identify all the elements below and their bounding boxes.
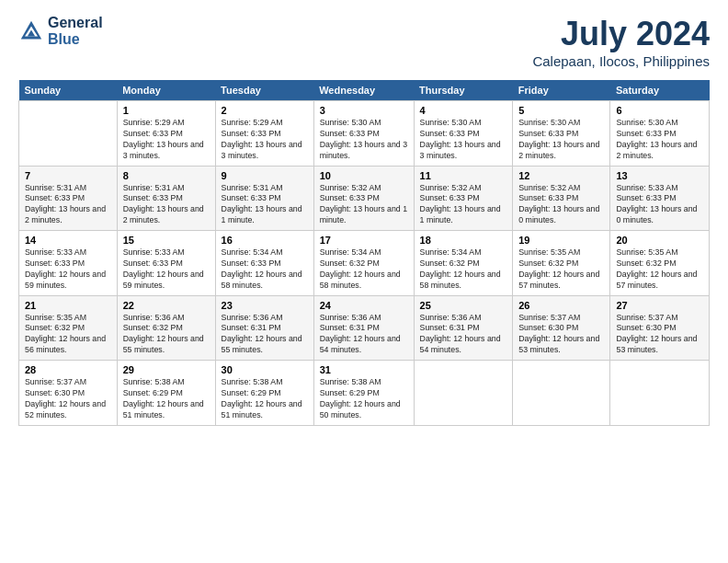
- day-info: Sunrise: 5:38 AMSunset: 6:29 PMDaylight:…: [320, 377, 408, 421]
- header-cell-sunday: Sunday: [19, 80, 118, 101]
- day-info: Sunrise: 5:36 AMSunset: 6:32 PMDaylight:…: [123, 313, 210, 357]
- day-number: 24: [320, 300, 408, 311]
- day-info: Sunrise: 5:37 AMSunset: 6:30 PMDaylight:…: [25, 377, 111, 421]
- day-number: 5: [518, 105, 604, 116]
- day-cell: 21Sunrise: 5:35 AMSunset: 6:32 PMDayligh…: [19, 295, 118, 361]
- day-cell: 24Sunrise: 5:36 AMSunset: 6:31 PMDayligh…: [313, 295, 414, 361]
- day-number: 28: [25, 364, 111, 375]
- day-info: Sunrise: 5:29 AMSunset: 6:33 PMDaylight:…: [123, 118, 210, 162]
- header-cell-thursday: Thursday: [414, 80, 513, 101]
- day-info: Sunrise: 5:31 AMSunset: 6:33 PMDaylight:…: [123, 183, 210, 227]
- day-cell: 12Sunrise: 5:32 AMSunset: 6:33 PMDayligh…: [513, 166, 610, 231]
- day-number: 8: [123, 170, 210, 181]
- day-number: 27: [616, 300, 703, 311]
- day-cell: [513, 361, 610, 426]
- day-number: 11: [420, 170, 507, 181]
- day-cell: 23Sunrise: 5:36 AMSunset: 6:31 PMDayligh…: [215, 295, 313, 361]
- day-cell: 31Sunrise: 5:38 AMSunset: 6:29 PMDayligh…: [313, 361, 414, 426]
- day-info: Sunrise: 5:35 AMSunset: 6:32 PMDaylight:…: [518, 247, 604, 292]
- header-row: SundayMondayTuesdayWednesdayThursdayFrid…: [19, 80, 710, 101]
- day-number: 1: [123, 105, 210, 116]
- day-number: 7: [25, 170, 111, 181]
- day-info: Sunrise: 5:31 AMSunset: 6:33 PMDaylight:…: [25, 183, 111, 227]
- day-info: Sunrise: 5:32 AMSunset: 6:33 PMDaylight:…: [320, 183, 408, 227]
- day-number: 9: [222, 170, 308, 181]
- day-cell: [19, 101, 118, 167]
- logo-icon: [18, 18, 44, 44]
- day-cell: 1Sunrise: 5:29 AMSunset: 6:33 PMDaylight…: [117, 101, 215, 167]
- week-row-4: 28Sunrise: 5:37 AMSunset: 6:30 PMDayligh…: [19, 361, 710, 426]
- header-cell-wednesday: Wednesday: [313, 80, 414, 101]
- header-cell-saturday: Saturday: [610, 80, 710, 101]
- day-info: Sunrise: 5:33 AMSunset: 6:33 PMDaylight:…: [25, 247, 111, 292]
- day-cell: 5Sunrise: 5:30 AMSunset: 6:33 PMDaylight…: [513, 101, 610, 167]
- day-cell: 4Sunrise: 5:30 AMSunset: 6:33 PMDaylight…: [414, 101, 513, 167]
- day-cell: 19Sunrise: 5:35 AMSunset: 6:32 PMDayligh…: [513, 231, 610, 296]
- week-row-2: 14Sunrise: 5:33 AMSunset: 6:33 PMDayligh…: [19, 231, 710, 296]
- day-cell: 9Sunrise: 5:31 AMSunset: 6:33 PMDaylight…: [215, 166, 313, 231]
- day-info: Sunrise: 5:35 AMSunset: 6:32 PMDaylight:…: [616, 247, 703, 292]
- day-number: 15: [123, 235, 210, 246]
- day-number: 23: [222, 300, 308, 311]
- day-number: 29: [123, 364, 210, 375]
- day-cell: 29Sunrise: 5:38 AMSunset: 6:29 PMDayligh…: [117, 361, 215, 426]
- day-number: 30: [222, 364, 308, 375]
- day-cell: 6Sunrise: 5:30 AMSunset: 6:33 PMDaylight…: [610, 101, 710, 167]
- calendar-table: SundayMondayTuesdayWednesdayThursdayFrid…: [18, 80, 710, 426]
- day-info: Sunrise: 5:32 AMSunset: 6:33 PMDaylight:…: [420, 183, 507, 227]
- day-cell: 18Sunrise: 5:34 AMSunset: 6:32 PMDayligh…: [414, 231, 513, 296]
- day-info: Sunrise: 5:34 AMSunset: 6:33 PMDaylight:…: [222, 247, 308, 292]
- day-number: 25: [420, 300, 507, 311]
- day-info: Sunrise: 5:37 AMSunset: 6:30 PMDaylight:…: [616, 313, 703, 357]
- header-cell-tuesday: Tuesday: [215, 80, 313, 101]
- subtitle: Calepaan, Ilocos, Philippines: [532, 53, 710, 69]
- day-number: 18: [420, 235, 507, 246]
- day-cell: [610, 361, 710, 426]
- day-info: Sunrise: 5:37 AMSunset: 6:30 PMDaylight:…: [518, 313, 604, 357]
- day-number: 22: [123, 300, 210, 311]
- day-cell: 15Sunrise: 5:33 AMSunset: 6:33 PMDayligh…: [117, 231, 215, 296]
- day-cell: 7Sunrise: 5:31 AMSunset: 6:33 PMDaylight…: [19, 166, 118, 231]
- header: General Blue July 2024 Calepaan, Ilocos,…: [18, 15, 710, 69]
- logo-text: General Blue: [48, 15, 103, 48]
- day-info: Sunrise: 5:33 AMSunset: 6:33 PMDaylight:…: [123, 247, 210, 292]
- day-number: 13: [616, 170, 703, 181]
- day-number: 4: [420, 105, 507, 116]
- day-cell: 2Sunrise: 5:29 AMSunset: 6:33 PMDaylight…: [215, 101, 313, 167]
- day-cell: 16Sunrise: 5:34 AMSunset: 6:33 PMDayligh…: [215, 231, 313, 296]
- day-info: Sunrise: 5:30 AMSunset: 6:33 PMDaylight:…: [518, 118, 604, 162]
- day-cell: 22Sunrise: 5:36 AMSunset: 6:32 PMDayligh…: [117, 295, 215, 361]
- day-cell: [414, 361, 513, 426]
- day-info: Sunrise: 5:35 AMSunset: 6:32 PMDaylight:…: [25, 313, 111, 357]
- day-cell: 20Sunrise: 5:35 AMSunset: 6:32 PMDayligh…: [610, 231, 710, 296]
- day-cell: 11Sunrise: 5:32 AMSunset: 6:33 PMDayligh…: [414, 166, 513, 231]
- header-cell-monday: Monday: [117, 80, 215, 101]
- day-number: 2: [222, 105, 308, 116]
- day-info: Sunrise: 5:32 AMSunset: 6:33 PMDaylight:…: [518, 183, 604, 227]
- day-number: 17: [320, 235, 408, 246]
- week-row-0: 1Sunrise: 5:29 AMSunset: 6:33 PMDaylight…: [19, 101, 710, 167]
- day-cell: 17Sunrise: 5:34 AMSunset: 6:32 PMDayligh…: [313, 231, 414, 296]
- day-info: Sunrise: 5:38 AMSunset: 6:29 PMDaylight:…: [123, 377, 210, 421]
- week-row-3: 21Sunrise: 5:35 AMSunset: 6:32 PMDayligh…: [19, 295, 710, 361]
- day-cell: 8Sunrise: 5:31 AMSunset: 6:33 PMDaylight…: [117, 166, 215, 231]
- day-cell: 27Sunrise: 5:37 AMSunset: 6:30 PMDayligh…: [610, 295, 710, 361]
- day-info: Sunrise: 5:30 AMSunset: 6:33 PMDaylight:…: [616, 118, 703, 162]
- day-info: Sunrise: 5:29 AMSunset: 6:33 PMDaylight:…: [222, 118, 308, 162]
- day-info: Sunrise: 5:36 AMSunset: 6:31 PMDaylight:…: [420, 313, 507, 357]
- day-cell: 14Sunrise: 5:33 AMSunset: 6:33 PMDayligh…: [19, 231, 118, 296]
- day-cell: 28Sunrise: 5:37 AMSunset: 6:30 PMDayligh…: [19, 361, 118, 426]
- day-number: 16: [222, 235, 308, 246]
- day-cell: 30Sunrise: 5:38 AMSunset: 6:29 PMDayligh…: [215, 361, 313, 426]
- day-number: 20: [616, 235, 703, 246]
- page: General Blue July 2024 Calepaan, Ilocos,…: [0, 0, 728, 563]
- day-number: 10: [320, 170, 408, 181]
- header-cell-friday: Friday: [513, 80, 610, 101]
- day-cell: 10Sunrise: 5:32 AMSunset: 6:33 PMDayligh…: [313, 166, 414, 231]
- day-number: 31: [320, 364, 408, 375]
- week-row-1: 7Sunrise: 5:31 AMSunset: 6:33 PMDaylight…: [19, 166, 710, 231]
- day-info: Sunrise: 5:34 AMSunset: 6:32 PMDaylight:…: [320, 247, 408, 292]
- day-cell: 3Sunrise: 5:30 AMSunset: 6:33 PMDaylight…: [313, 101, 414, 167]
- day-info: Sunrise: 5:33 AMSunset: 6:33 PMDaylight:…: [616, 183, 703, 227]
- day-info: Sunrise: 5:36 AMSunset: 6:31 PMDaylight:…: [222, 313, 308, 357]
